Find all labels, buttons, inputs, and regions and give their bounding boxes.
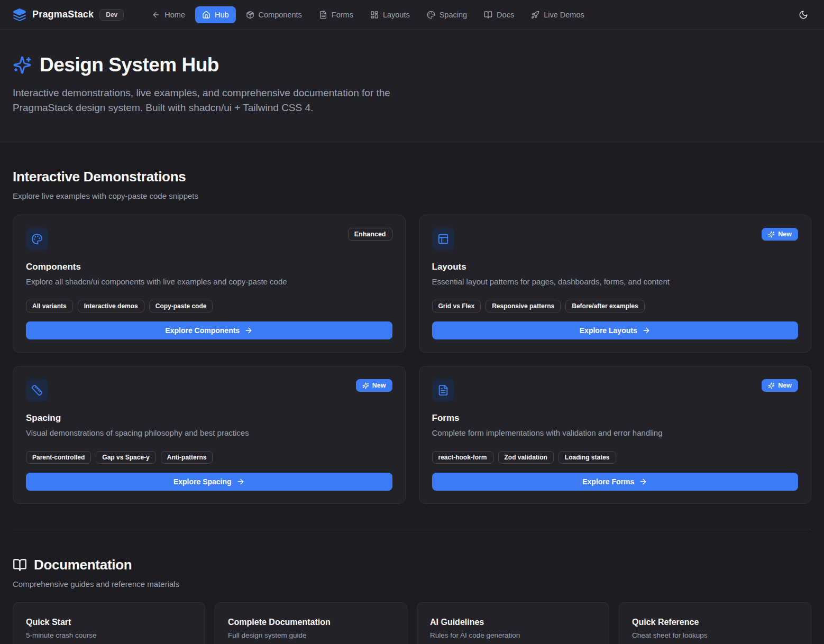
- book-open-icon: [484, 11, 492, 19]
- theme-toggle-button[interactable]: [795, 7, 811, 23]
- doc-card-complete-documentation[interactable]: Complete Documentation Full design syste…: [215, 602, 407, 644]
- file-text-icon: [432, 379, 454, 401]
- doc-card-title: Quick Reference: [632, 618, 798, 627]
- arrow-right-icon: [642, 326, 651, 335]
- explore-forms-button[interactable]: Explore Forms: [432, 473, 799, 491]
- doc-card-title: AI Guidelines: [430, 618, 596, 627]
- arrow-left-icon: [152, 11, 160, 19]
- page-title: Design System Hub: [40, 54, 219, 76]
- cta-label: Explore Components: [165, 326, 240, 335]
- nav-item-home[interactable]: Home: [145, 6, 192, 23]
- cta-label: Explore Forms: [582, 477, 634, 486]
- card-description: Complete form implementations with valid…: [432, 428, 799, 437]
- sparkles-icon: [768, 231, 775, 238]
- tag-row: Grid vs Flex Responsive patterns Before/…: [432, 300, 799, 312]
- doc-card-title: Quick Start: [26, 618, 192, 627]
- doc-card-description: 5-minute crash course: [26, 631, 192, 639]
- panels-top-left-icon: [432, 228, 454, 250]
- card-description: Explore all shadcn/ui components with li…: [26, 277, 392, 286]
- nav-item-spacing[interactable]: Spacing: [420, 6, 474, 23]
- tag: Zod validation: [498, 451, 554, 464]
- demos-section-heading: Interactive Demonstrations: [13, 169, 811, 185]
- ruler-icon: [26, 379, 48, 401]
- nav-item-layouts[interactable]: Layouts: [363, 6, 417, 23]
- nav-item-components[interactable]: Components: [239, 6, 309, 23]
- nav-label: Layouts: [383, 11, 410, 19]
- nav-label: Live Demos: [544, 11, 584, 19]
- moon-icon: [799, 10, 808, 20]
- card-title: Spacing: [26, 413, 392, 424]
- card-description: Essential layout patterns for pages, das…: [432, 277, 799, 286]
- tag-row: react-hook-form Zod validation Loading s…: [432, 451, 799, 464]
- tag-row: Parent-controlled Gap vs Space-y Anti-pa…: [26, 451, 392, 464]
- card-title: Components: [26, 262, 392, 272]
- arrow-right-icon: [639, 477, 647, 486]
- doc-card-description: Cheat sheet for lookups: [632, 631, 798, 639]
- badge-label: New: [372, 382, 386, 389]
- section-divider: [13, 529, 811, 529]
- nav-label: Home: [164, 11, 185, 19]
- card-title: Forms: [432, 413, 799, 424]
- nav-label: Spacing: [440, 11, 467, 19]
- main-content: Interactive Demonstrations Explore live …: [0, 142, 824, 644]
- doc-card-ai-guidelines[interactable]: AI Guidelines Rules for AI code generati…: [417, 602, 609, 644]
- doc-card-description: Full design system guide: [228, 631, 394, 639]
- doc-card-quick-start[interactable]: Quick Start 5-minute crash course: [13, 602, 205, 644]
- brand-name: PragmaStack: [32, 9, 94, 20]
- layout-dashboard-icon: [370, 11, 379, 19]
- package-icon: [246, 11, 254, 19]
- nav-label: Components: [259, 11, 302, 19]
- tag-row: All variants Interactive demos Copy-past…: [26, 300, 392, 312]
- doc-card-title: Complete Documentation: [228, 618, 394, 627]
- demo-card-forms: New Forms Complete form implementations …: [419, 366, 812, 504]
- tag: All variants: [26, 300, 73, 312]
- documentation-section: Documentation Comprehensive guides and r…: [13, 557, 811, 644]
- tag: Before/after examples: [565, 300, 644, 312]
- tag: Interactive demos: [78, 300, 144, 312]
- sparkles-icon: [362, 382, 369, 389]
- top-navbar: PragmaStack Dev Home Hub Components Form…: [0, 0, 824, 30]
- house-icon: [202, 11, 210, 19]
- arrow-right-icon: [244, 326, 253, 335]
- badge-label: New: [778, 231, 792, 238]
- nav-item-docs[interactable]: Docs: [477, 6, 521, 23]
- palette-icon: [26, 228, 48, 250]
- explore-spacing-button[interactable]: Explore Spacing: [26, 473, 392, 491]
- nav-item-hub[interactable]: Hub: [195, 6, 236, 23]
- nav-label: Forms: [332, 11, 353, 19]
- demo-card-grid: Enhanced Components Explore all shadcn/u…: [13, 215, 811, 504]
- nav-item-forms[interactable]: Forms: [312, 6, 360, 23]
- brand[interactable]: PragmaStack Dev: [13, 8, 124, 22]
- tag: Parent-controlled: [26, 451, 91, 464]
- palette-icon: [427, 11, 435, 19]
- file-text-icon: [319, 11, 327, 19]
- docs-section-heading: Documentation: [34, 557, 132, 573]
- explore-components-button[interactable]: Explore Components: [26, 321, 392, 339]
- new-badge: New: [762, 379, 798, 392]
- docs-section-subheading: Comprehensive guides and reference mater…: [13, 579, 811, 588]
- badge-label: New: [778, 382, 792, 389]
- dev-badge: Dev: [99, 9, 124, 21]
- cta-label: Explore Layouts: [580, 326, 637, 335]
- demo-card-layouts: New Layouts Essential layout patterns fo…: [419, 215, 812, 353]
- tag: Grid vs Flex: [432, 300, 481, 312]
- demo-card-spacing: New Spacing Visual demonstrations of spa…: [13, 366, 406, 504]
- tag: Responsive patterns: [486, 300, 561, 312]
- doc-card-grid: Quick Start 5-minute crash course Comple…: [13, 602, 811, 644]
- layers-logo-icon: [13, 8, 26, 22]
- nav-label: Docs: [497, 11, 514, 19]
- demos-section-subheading: Explore live examples with copy-paste co…: [13, 191, 811, 200]
- tag: Copy-paste code: [149, 300, 213, 312]
- explore-layouts-button[interactable]: Explore Layouts: [432, 321, 799, 339]
- new-badge: New: [762, 228, 798, 241]
- sparkles-icon: [768, 382, 775, 389]
- page-subtitle: Interactive demonstrations, live example…: [13, 86, 407, 115]
- rocket-icon: [531, 11, 539, 19]
- doc-card-description: Rules for AI code generation: [430, 631, 596, 639]
- doc-card-quick-reference[interactable]: Quick Reference Cheat sheet for lookups: [619, 602, 811, 644]
- nav-item-live-demos[interactable]: Live Demos: [524, 6, 591, 23]
- demo-card-components: Enhanced Components Explore all shadcn/u…: [13, 215, 406, 353]
- card-description: Visual demonstrations of spacing philoso…: [26, 428, 392, 437]
- arrow-right-icon: [236, 477, 245, 486]
- nav-label: Hub: [215, 11, 229, 19]
